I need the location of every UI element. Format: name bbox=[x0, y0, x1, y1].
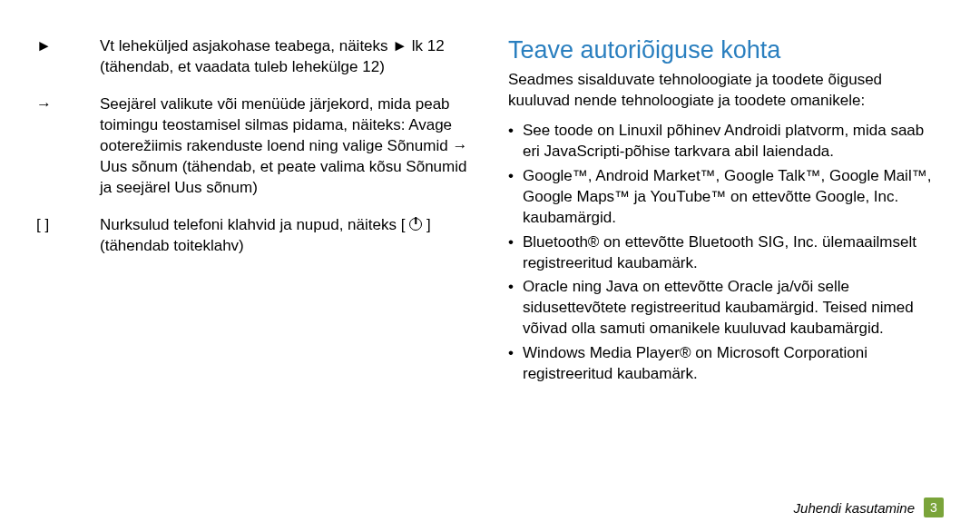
right-column: Teave autoriõiguse kohta Seadmes sisaldu… bbox=[508, 36, 944, 514]
intro-text: Seadmes sisalduvate tehnoloogiate ja too… bbox=[508, 70, 944, 112]
arrow-right-icon: → bbox=[36, 94, 100, 199]
page-footer: Juhendi kasutamine 3 bbox=[794, 498, 944, 517]
power-icon bbox=[409, 218, 422, 231]
footer-section-label: Juhendi kasutamine bbox=[794, 500, 915, 516]
triangle-right-icon: ► bbox=[36, 36, 100, 78]
list-item: Windows Media Player® on Microsoft Corpo… bbox=[508, 343, 944, 385]
list-item: See toode on Linuxil põhinev Androidi pl… bbox=[508, 121, 944, 163]
section-title: Teave autoriõiguse kohta bbox=[508, 36, 944, 64]
list-item: Oracle ning Java on ettevõtte Oracle ja/… bbox=[508, 277, 944, 340]
page-number: 3 bbox=[924, 498, 944, 517]
definition-row: ► Vt leheküljed asjakohase teabega, näit… bbox=[36, 36, 472, 78]
definition-row: [ ] Nurksulud telefoni klahvid ja nupud,… bbox=[36, 215, 472, 257]
definition-text: Vt leheküljed asjakohase teabega, näitek… bbox=[100, 36, 472, 78]
list-item: Google™, Android Market™, Google Talk™, … bbox=[508, 166, 944, 229]
definition-text: Seejärel valikute või menüüde järjekord,… bbox=[100, 94, 472, 199]
brackets-icon: [ ] bbox=[36, 215, 100, 257]
definition-text: Nurksulud telefoni klahvid ja nupud, näi… bbox=[100, 215, 472, 257]
page: ► Vt leheküljed asjakohase teabega, näit… bbox=[0, 0, 980, 532]
left-column: ► Vt leheküljed asjakohase teabega, näit… bbox=[36, 36, 472, 514]
definition-row: → Seejärel valikute või menüüde järjekor… bbox=[36, 94, 472, 199]
bullet-list: See toode on Linuxil põhinev Androidi pl… bbox=[508, 121, 944, 385]
list-item: Bluetooth® on ettevõtte Bluetooth SIG, I… bbox=[508, 232, 944, 274]
